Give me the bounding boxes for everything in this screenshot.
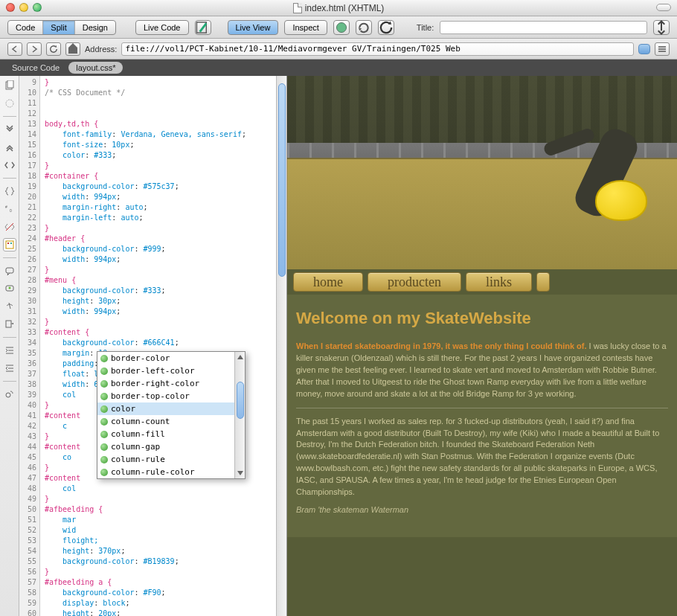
svg-point-3 (6, 100, 13, 107)
source-tab-layout-css[interactable]: layout.css* (68, 62, 123, 74)
window-zoom-button[interactable] (33, 3, 42, 12)
autocomplete-item[interactable]: column-gap (97, 440, 245, 453)
svg-rect-2 (7, 80, 13, 88)
address-input[interactable] (121, 42, 634, 56)
autocomplete-item[interactable]: column-count (97, 415, 245, 428)
nav-forward-button[interactable] (27, 42, 42, 56)
window-titlebar: index.html (XHTML) (0, 0, 677, 16)
nav-home-button[interactable] (65, 42, 80, 56)
autocomplete-item[interactable]: column-rule-color (97, 466, 245, 478)
preview-menu-home[interactable]: home (293, 272, 363, 292)
view-code-button[interactable]: Code (8, 21, 43, 34)
address-list-icon[interactable] (655, 42, 670, 56)
indent-icon[interactable] (3, 344, 16, 357)
code-editor[interactable]: 9 10 11 12 13 14 15 16 17 18 19 20 21 22… (19, 76, 287, 616)
css-property-icon (100, 355, 108, 362)
svg-text:0: 0 (10, 208, 12, 213)
autocomplete-scroll-thumb[interactable] (237, 382, 244, 419)
autocomplete-item[interactable]: color (97, 402, 245, 415)
autocomplete-item[interactable]: column-fill (97, 428, 245, 440)
move-css-icon[interactable] (3, 318, 16, 331)
css-property-icon (100, 405, 108, 413)
source-tabs: Source Code layout.css* (0, 60, 677, 76)
line-gutter: 9 10 11 12 13 14 15 16 17 18 19 20 21 22… (19, 76, 40, 616)
expand-tag-icon[interactable] (3, 141, 16, 154)
inspect-button[interactable]: Inspect (284, 20, 327, 35)
main-area: #0 9 10 11 12 13 14 15 16 17 18 19 20 21… (0, 76, 677, 616)
separator (3, 337, 16, 338)
preview-pane: homeproductenlinks Welcome on my SkateWe… (287, 76, 677, 616)
refresh-icon[interactable] (378, 20, 394, 35)
window-title: index.html (XHTML) (293, 3, 385, 13)
preview-menu: homeproductenlinks (287, 269, 677, 295)
address-dropdown-icon[interactable] (638, 44, 650, 54)
view-mode-segment: Code Split Design (7, 20, 116, 35)
svg-rect-8 (7, 243, 9, 244)
preview-menu-extra[interactable] (536, 272, 550, 292)
view-design-button[interactable]: Design (75, 21, 115, 34)
autocomplete-item[interactable]: border-right-color (97, 377, 245, 390)
outdent-icon[interactable] (3, 362, 16, 375)
svg-rect-7 (6, 241, 13, 248)
preview-header-image (287, 76, 677, 269)
address-toolbar: Address: (0, 39, 677, 60)
select-parent-tag-icon[interactable] (3, 158, 16, 172)
svg-rect-9 (10, 243, 12, 244)
open-documents-icon[interactable] (3, 79, 16, 92)
svg-text:#: # (5, 205, 7, 209)
autocomplete-scrollbar[interactable] (234, 352, 245, 478)
main-toolbar: Code Split Design Live Code Live View In… (0, 16, 677, 39)
view-split-button[interactable]: Split (43, 21, 74, 34)
preview-heading: Welcome on my SkateWebsite (296, 307, 668, 330)
css-property-icon (100, 443, 108, 451)
live-code-button[interactable]: Live Code (135, 20, 189, 35)
autocomplete-item[interactable]: border-top-color (97, 390, 245, 402)
home-icon (68, 45, 77, 54)
nav-back-button[interactable] (7, 42, 22, 56)
code-area[interactable]: } /* CSS Document */ body,td,th { font-f… (40, 76, 286, 616)
preview-paragraph-2: The past 15 years I worked as sales rep.… (296, 416, 668, 499)
syntax-coloring-icon[interactable] (3, 238, 16, 251)
svg-rect-13 (6, 321, 11, 327)
window-toolbar-toggle[interactable] (656, 4, 671, 11)
skater-illustration (528, 98, 662, 247)
title-input[interactable] (440, 21, 647, 34)
check-page-icon[interactable] (195, 20, 211, 35)
scroll-up-icon[interactable] (237, 353, 243, 359)
window-minimize-button[interactable] (19, 3, 28, 12)
preview-menu-links[interactable]: links (466, 272, 532, 292)
preview-content: Welcome on my SkateWebsite When I starte… (287, 295, 677, 537)
autocomplete-item[interactable]: border-left-color (97, 365, 245, 377)
apply-comment-icon[interactable] (3, 264, 16, 277)
autocomplete-item[interactable]: border-color (97, 352, 245, 365)
refresh-design-icon[interactable] (356, 20, 372, 35)
balance-braces-icon[interactable] (3, 185, 16, 198)
window-title-text: index.html (XHTML) (305, 3, 385, 13)
document-icon (293, 3, 302, 13)
window-close-button[interactable] (6, 3, 15, 12)
preview-menu-producten[interactable]: producten (368, 272, 461, 292)
editor-scrollbar[interactable] (276, 76, 286, 616)
nav-refresh-button[interactable] (46, 42, 61, 56)
scroll-down-icon[interactable] (237, 471, 243, 477)
collapse-tag-icon[interactable] (3, 123, 16, 136)
line-numbers-icon[interactable]: #0 (3, 202, 16, 216)
browser-preview-icon[interactable] (333, 20, 350, 35)
file-management-icon[interactable] (653, 20, 670, 35)
css-property-icon (100, 380, 108, 388)
live-view-button[interactable]: Live View (228, 20, 279, 35)
wrap-tag-icon[interactable] (3, 282, 16, 295)
preview-signature: Bram 'the skateman Waterman (296, 504, 668, 516)
css-property-icon (100, 368, 108, 375)
format-code-icon[interactable] (3, 388, 16, 401)
recent-snippets-icon[interactable] (3, 300, 16, 313)
autocomplete-popup: border-colorborder-left-colorborder-righ… (97, 351, 246, 479)
editor-scroll-thumb[interactable] (278, 83, 286, 277)
title-label: Title: (417, 23, 434, 32)
autocomplete-item[interactable]: column-rule (97, 453, 245, 466)
highlight-invalid-icon[interactable] (3, 220, 16, 234)
css-property-icon (100, 418, 108, 426)
show-code-navigator-icon[interactable] (3, 97, 16, 110)
separator (3, 116, 16, 117)
preview-container: homeproductenlinks Welcome on my SkateWe… (287, 76, 677, 616)
